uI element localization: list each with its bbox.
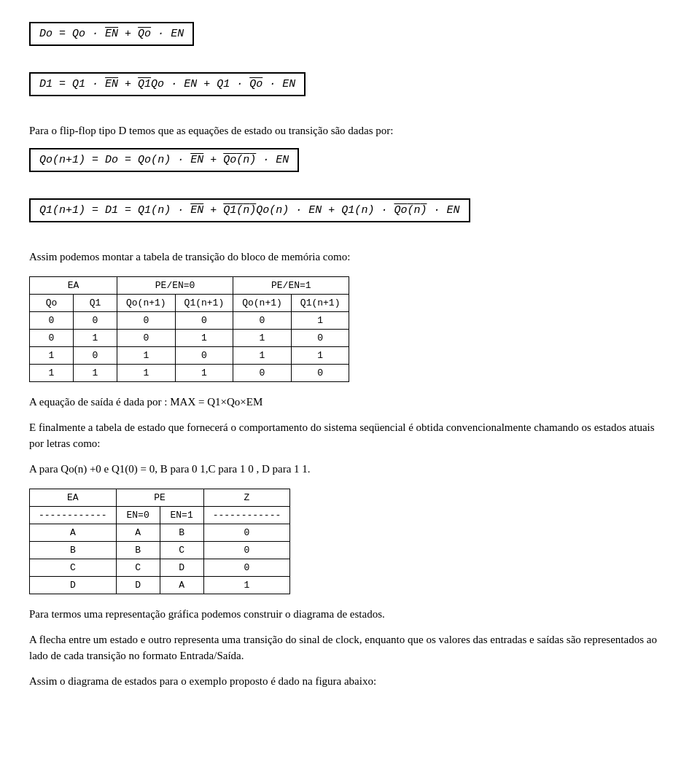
table-cell: C xyxy=(30,559,117,577)
th-ea: EA xyxy=(30,277,117,295)
th2-dash2: ------------ xyxy=(203,507,290,524)
table-cell: 0 xyxy=(117,330,176,347)
th-qo-n1-en0: Qo(n+1) xyxy=(117,295,176,312)
table-cell: 0 xyxy=(233,365,292,382)
table-cell: 0 xyxy=(175,347,233,365)
th-q1-n1-en1: Q1(n+1) xyxy=(291,295,349,312)
table-cell: 1 xyxy=(74,365,117,382)
table-row: 010110 xyxy=(30,330,349,347)
table-cell: 1 xyxy=(175,330,233,347)
table-cell: D xyxy=(160,559,203,577)
table-cell: A xyxy=(30,524,117,542)
formula-qo-eq-box: Qo(n+1) = Do = Qo(n) · EN + Qo(n) · EN xyxy=(29,148,299,172)
table-cell: 0 xyxy=(233,312,292,330)
table-cell: 0 xyxy=(291,330,349,347)
table-cell: 1 xyxy=(291,312,349,330)
table-cell: 1 xyxy=(117,347,176,365)
table2-header-row2: ------------ EN=0 EN=1 ------------ xyxy=(30,507,290,524)
th2-dash1: ------------ xyxy=(30,507,117,524)
table-row: 111100 xyxy=(30,365,349,382)
table-cell: B xyxy=(30,542,117,559)
table-cell: 0 xyxy=(203,559,290,577)
para-flecha: A flecha entre um estado e outro represe… xyxy=(29,631,671,664)
th2-pe: PE xyxy=(116,489,203,507)
formula-do: Do = Qo · EN + Qo · EN xyxy=(29,22,671,59)
formula-d1: D1 = Q1 · EN + Q1Qo · EN + Q1 · Qo · EN xyxy=(29,72,671,109)
th2-en0: EN=0 xyxy=(116,507,160,524)
formula-q1-eq: Q1(n+1) = D1 = Q1(n) · EN + Q1(n)Qo(n) ·… xyxy=(29,198,671,236)
table-cell: 0 xyxy=(30,330,74,347)
table-cell: 0 xyxy=(117,312,176,330)
table-cell: 1 xyxy=(291,347,349,365)
table-cell: D xyxy=(116,577,160,594)
table-cell: 1 xyxy=(233,330,292,347)
table-row: DDA1 xyxy=(30,577,290,594)
table-cell: 0 xyxy=(203,524,290,542)
table-cell: 0 xyxy=(175,312,233,330)
table-cell: D xyxy=(30,577,117,594)
para-estados-letras: A para Qo(n) +0 e Q1(0) = 0, B para 0 1,… xyxy=(29,461,671,478)
table-cell: 0 xyxy=(30,312,74,330)
table-cell: 1 xyxy=(175,365,233,382)
table-row: CCD0 xyxy=(30,559,290,577)
table-cell: C xyxy=(116,559,160,577)
table-row: 101011 xyxy=(30,347,349,365)
table-cell: C xyxy=(160,542,203,559)
th2-en1: EN=1 xyxy=(160,507,203,524)
para-flip-flop-intro: Para o flip-flop tipo D temos que as equ… xyxy=(29,123,671,139)
state-transition-table: EA PE/EN=0 PE/EN=1 Qo Q1 Qo(n+1) Q1(n+1)… xyxy=(29,276,349,382)
th-pe-en0: PE/EN=0 xyxy=(117,277,233,295)
para-assim: Assim podemos montar a tabela de transiç… xyxy=(29,249,671,265)
th-q1: Q1 xyxy=(74,295,117,312)
th-qo: Qo xyxy=(30,295,74,312)
table2-body: AAB0BBC0CCD0DDA1 xyxy=(30,524,290,594)
table-cell: A xyxy=(116,524,160,542)
formula-q1-eq-box: Q1(n+1) = D1 = Q1(n) · EN + Q1(n)Qo(n) ·… xyxy=(29,198,470,222)
para-diagrama-final: Assim o diagrama de estados para o exemp… xyxy=(29,673,671,690)
state-letter-table: EA PE Z ------------ EN=0 EN=1 ---------… xyxy=(29,489,290,594)
table1-body: 000001010110101011111100 xyxy=(30,312,349,382)
th-q1-n1-en0: Q1(n+1) xyxy=(175,295,233,312)
formula-d1-box: D1 = Q1 · EN + Q1Qo · EN + Q1 · Qo · EN xyxy=(29,72,306,96)
table-cell: 0 xyxy=(203,542,290,559)
table-cell: 1 xyxy=(203,577,290,594)
table-cell: 1 xyxy=(30,365,74,382)
table1-header-row1: EA PE/EN=0 PE/EN=1 xyxy=(30,277,349,295)
th-qo-n1-en1: Qo(n+1) xyxy=(233,295,292,312)
table-row: BBC0 xyxy=(30,542,290,559)
table-row: AAB0 xyxy=(30,524,290,542)
th2-z: Z xyxy=(203,489,290,507)
table-cell: B xyxy=(116,542,160,559)
table-cell: 0 xyxy=(74,312,117,330)
para-representacao: Para termos uma representação gráfica po… xyxy=(29,606,671,623)
para-equacao-saida: A equação de saída é dada por : MAX = Q1… xyxy=(29,394,671,411)
table-cell: 1 xyxy=(74,330,117,347)
table-cell: B xyxy=(160,524,203,542)
th2-ea: EA xyxy=(30,489,117,507)
table-cell: 0 xyxy=(291,365,349,382)
formula-do-box: Do = Qo · EN + Qo · EN xyxy=(29,22,194,46)
table-cell: 1 xyxy=(30,347,74,365)
table-cell: A xyxy=(160,577,203,594)
table-row: 000001 xyxy=(30,312,349,330)
table-cell: 1 xyxy=(117,365,176,382)
table2-header-row1: EA PE Z xyxy=(30,489,290,507)
table-cell: 1 xyxy=(233,347,292,365)
table1-header-row2: Qo Q1 Qo(n+1) Q1(n+1) Qo(n+1) Q1(n+1) xyxy=(30,295,349,312)
para-finalmente: E finalmente a tabela de estado que forn… xyxy=(29,419,671,452)
th-pe-en1: PE/EN=1 xyxy=(233,277,349,295)
table-cell: 0 xyxy=(74,347,117,365)
formula-qo-eq: Qo(n+1) = Do = Qo(n) · EN + Qo(n) · EN xyxy=(29,148,671,185)
